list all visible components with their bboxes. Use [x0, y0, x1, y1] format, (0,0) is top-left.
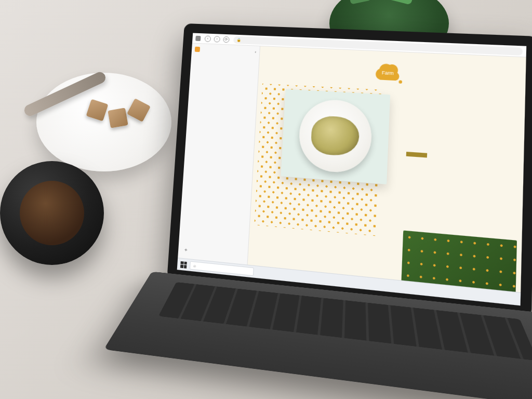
screen: ‹ › ⟳ 🔒 ‹	[177, 33, 527, 306]
site-nav: Farm	[259, 60, 526, 88]
plus-icon: ＋	[183, 246, 189, 254]
start-button[interactable]	[180, 261, 187, 268]
forward-button[interactable]: ›	[214, 36, 220, 43]
view-recipe-button[interactable]	[406, 152, 427, 157]
svg-point-0	[398, 80, 402, 84]
search-icon: ⌕	[193, 263, 196, 268]
hero-salad	[311, 115, 360, 157]
nav-buttons: ‹ › ⟳	[205, 35, 230, 43]
app-menu-icon[interactable]	[195, 35, 201, 41]
feature-recipe	[406, 147, 519, 165]
back-button[interactable]: ‹	[205, 35, 211, 42]
site-logo[interactable]: Farm	[372, 58, 404, 86]
page-viewport[interactable]: Farm	[248, 46, 526, 292]
pinned-favicon	[195, 47, 200, 52]
laptop-screen-frame: ‹ › ⟳ 🔒 ‹	[167, 23, 532, 318]
svg-text:Farm: Farm	[382, 70, 394, 76]
prop-sugar-cube	[108, 108, 128, 128]
titlebar-left: ‹ › ⟳	[195, 35, 230, 43]
collapse-sidebar-icon[interactable]: ‹	[255, 49, 256, 54]
hero-dish-photo	[281, 89, 390, 184]
site-body: Farm	[248, 46, 526, 292]
tab-list	[179, 52, 259, 249]
prop-coffee	[0, 161, 104, 265]
lock-icon: 🔒	[236, 37, 241, 42]
laptop: ‹ › ⟳ 🔒 ‹	[158, 23, 532, 399]
vertical-tabs-sidebar: ‹ ＋	[178, 43, 260, 264]
prop-plate	[36, 73, 171, 171]
refresh-button[interactable]: ⟳	[223, 36, 230, 43]
hero-plate	[298, 98, 373, 175]
